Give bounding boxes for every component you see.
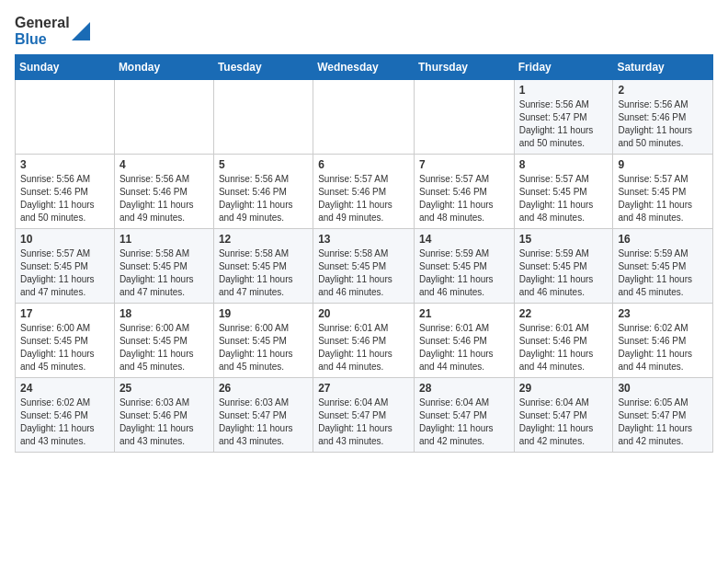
calendar-cell: 29Sunrise: 6:04 AM Sunset: 5:47 PM Dayli… [514,378,613,453]
calendar-week-row: 24Sunrise: 6:02 AM Sunset: 5:46 PM Dayli… [16,378,713,453]
day-number: 27 [318,382,409,395]
day-info: Sunrise: 5:56 AM Sunset: 5:46 PM Dayligh… [219,173,308,224]
day-number: 26 [219,382,308,395]
day-info: Sunrise: 6:00 AM Sunset: 5:45 PM Dayligh… [20,322,109,373]
day-info: Sunrise: 6:02 AM Sunset: 5:46 PM Dayligh… [20,396,109,448]
calendar-cell: 11Sunrise: 5:58 AM Sunset: 5:45 PM Dayli… [114,229,213,304]
day-number: 29 [519,382,609,395]
day-info: Sunrise: 5:58 AM Sunset: 5:45 PM Dayligh… [219,247,308,299]
calendar-cell: 14Sunrise: 5:59 AM Sunset: 5:45 PM Dayli… [414,229,514,304]
day-number: 19 [219,307,308,320]
day-number: 13 [318,233,409,246]
logo-triangle-icon [72,22,90,40]
day-number: 2 [618,84,708,97]
calendar-cell: 28Sunrise: 6:04 AM Sunset: 5:47 PM Dayli… [414,378,514,453]
calendar-week-row: 10Sunrise: 5:57 AM Sunset: 5:45 PM Dayli… [16,229,713,304]
calendar-cell: 10Sunrise: 5:57 AM Sunset: 5:45 PM Dayli… [16,229,115,304]
calendar-header: SundayMondayTuesdayWednesdayThursdayFrid… [16,55,713,80]
day-number: 12 [219,233,308,246]
day-info: Sunrise: 6:00 AM Sunset: 5:45 PM Dayligh… [119,322,209,373]
calendar-cell: 13Sunrise: 5:58 AM Sunset: 5:45 PM Dayli… [313,229,415,304]
calendar-cell: 26Sunrise: 6:03 AM Sunset: 5:47 PM Dayli… [213,378,313,453]
day-number: 15 [519,233,609,246]
day-info: Sunrise: 5:57 AM Sunset: 5:46 PM Dayligh… [419,173,509,224]
calendar-cell [313,80,415,155]
day-of-week-header: Thursday [414,55,514,80]
calendar-cell: 8Sunrise: 5:57 AM Sunset: 5:45 PM Daylig… [514,155,613,229]
day-number: 20 [318,307,409,320]
calendar-cell [414,80,514,155]
calendar-week-row: 1Sunrise: 5:56 AM Sunset: 5:47 PM Daylig… [16,80,713,155]
day-number: 23 [618,307,708,320]
day-of-week-header: Saturday [613,55,713,80]
day-number: 30 [618,382,708,395]
calendar-cell: 22Sunrise: 6:01 AM Sunset: 5:46 PM Dayli… [514,304,613,378]
day-number: 24 [20,382,109,395]
day-of-week-header: Wednesday [313,55,415,80]
day-info: Sunrise: 5:56 AM Sunset: 5:46 PM Dayligh… [119,173,209,224]
day-info: Sunrise: 5:57 AM Sunset: 5:45 PM Dayligh… [519,173,609,224]
day-number: 17 [20,307,109,320]
calendar-week-row: 3Sunrise: 5:56 AM Sunset: 5:46 PM Daylig… [16,155,713,229]
day-number: 4 [119,158,209,171]
calendar-cell: 23Sunrise: 6:02 AM Sunset: 5:46 PM Dayli… [613,304,713,378]
day-number: 28 [419,382,509,395]
calendar-table: SundayMondayTuesdayWednesdayThursdayFrid… [15,54,713,453]
day-number: 22 [519,307,609,320]
logo: General Blue [15,15,90,47]
day-info: Sunrise: 5:56 AM Sunset: 5:47 PM Dayligh… [519,98,609,150]
day-number: 7 [419,158,509,171]
calendar-cell: 25Sunrise: 6:03 AM Sunset: 5:46 PM Dayli… [114,378,213,453]
calendar-cell: 30Sunrise: 6:05 AM Sunset: 5:47 PM Dayli… [613,378,713,453]
logo-text-block: General Blue [15,15,70,47]
calendar-cell [213,80,313,155]
day-of-week-header: Friday [514,55,613,80]
day-info: Sunrise: 5:59 AM Sunset: 5:45 PM Dayligh… [419,247,509,299]
calendar-cell: 12Sunrise: 5:58 AM Sunset: 5:45 PM Dayli… [213,229,313,304]
day-info: Sunrise: 6:04 AM Sunset: 5:47 PM Dayligh… [419,396,509,448]
day-info: Sunrise: 5:58 AM Sunset: 5:45 PM Dayligh… [119,247,209,299]
calendar-cell: 24Sunrise: 6:02 AM Sunset: 5:46 PM Dayli… [16,378,115,453]
calendar-cell: 15Sunrise: 5:59 AM Sunset: 5:45 PM Dayli… [514,229,613,304]
day-info: Sunrise: 6:03 AM Sunset: 5:47 PM Dayligh… [219,396,308,448]
day-info: Sunrise: 5:59 AM Sunset: 5:45 PM Dayligh… [519,247,609,299]
calendar-cell [114,80,213,155]
day-info: Sunrise: 5:59 AM Sunset: 5:45 PM Dayligh… [618,247,708,299]
day-info: Sunrise: 6:00 AM Sunset: 5:45 PM Dayligh… [219,322,308,373]
day-info: Sunrise: 6:01 AM Sunset: 5:46 PM Dayligh… [318,322,409,373]
calendar-cell: 16Sunrise: 5:59 AM Sunset: 5:45 PM Dayli… [613,229,713,304]
day-info: Sunrise: 5:57 AM Sunset: 5:46 PM Dayligh… [318,173,409,224]
day-number: 25 [119,382,209,395]
calendar-cell: 1Sunrise: 5:56 AM Sunset: 5:47 PM Daylig… [514,80,613,155]
day-number: 18 [119,307,209,320]
calendar-cell: 27Sunrise: 6:04 AM Sunset: 5:47 PM Dayli… [313,378,415,453]
day-info: Sunrise: 6:03 AM Sunset: 5:46 PM Dayligh… [119,396,209,448]
day-number: 1 [519,84,609,97]
calendar-cell: 17Sunrise: 6:00 AM Sunset: 5:45 PM Dayli… [16,304,115,378]
day-number: 5 [219,158,308,171]
day-number: 9 [618,158,708,171]
calendar-cell: 20Sunrise: 6:01 AM Sunset: 5:46 PM Dayli… [313,304,415,378]
calendar-cell: 21Sunrise: 6:01 AM Sunset: 5:46 PM Dayli… [414,304,514,378]
day-info: Sunrise: 5:57 AM Sunset: 5:45 PM Dayligh… [20,247,109,299]
day-number: 8 [519,158,609,171]
day-number: 6 [318,158,409,171]
day-of-week-header: Tuesday [213,55,313,80]
days-header-row: SundayMondayTuesdayWednesdayThursdayFrid… [16,55,713,80]
day-of-week-header: Monday [114,55,213,80]
logo-general: General [15,15,70,31]
day-info: Sunrise: 5:56 AM Sunset: 5:46 PM Dayligh… [618,98,708,150]
day-info: Sunrise: 5:57 AM Sunset: 5:45 PM Dayligh… [618,173,708,224]
day-number: 21 [419,307,509,320]
calendar-cell: 4Sunrise: 5:56 AM Sunset: 5:46 PM Daylig… [114,155,213,229]
day-number: 16 [618,233,708,246]
day-info: Sunrise: 6:01 AM Sunset: 5:46 PM Dayligh… [419,322,509,373]
calendar-body: 1Sunrise: 5:56 AM Sunset: 5:47 PM Daylig… [16,80,713,453]
calendar-cell: 6Sunrise: 5:57 AM Sunset: 5:46 PM Daylig… [313,155,415,229]
calendar-cell: 18Sunrise: 6:00 AM Sunset: 5:45 PM Dayli… [114,304,213,378]
calendar-cell: 5Sunrise: 5:56 AM Sunset: 5:46 PM Daylig… [213,155,313,229]
day-number: 10 [20,233,109,246]
day-info: Sunrise: 5:56 AM Sunset: 5:46 PM Dayligh… [20,173,109,224]
logo-blue: Blue [15,31,70,48]
calendar-cell: 2Sunrise: 5:56 AM Sunset: 5:46 PM Daylig… [613,80,713,155]
